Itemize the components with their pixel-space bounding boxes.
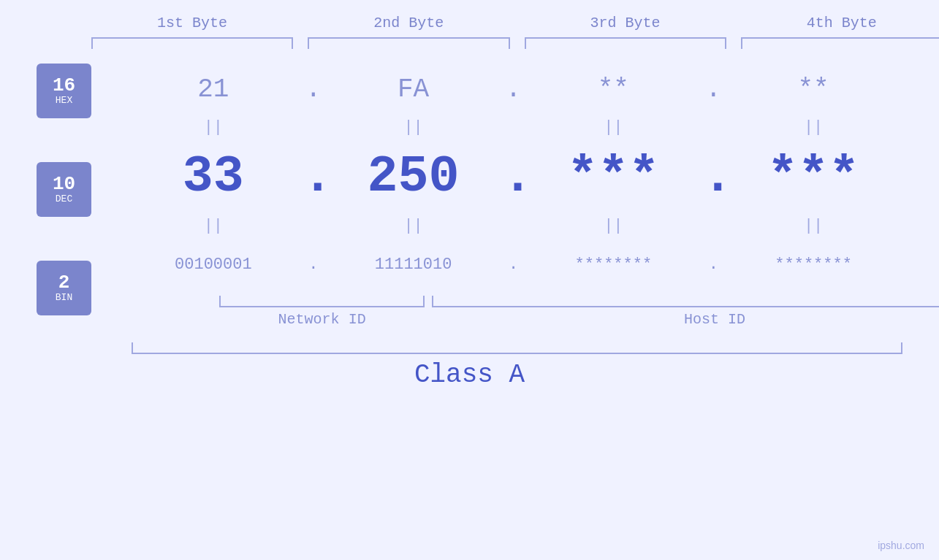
hex-row: 21 . FA . ** . ** [124,64,902,115]
bin-dot-3: . [702,256,724,274]
watermark: ipshu.com [878,540,924,551]
dec-row: 33 . 250 . *** . *** [124,140,902,213]
hex-cell-3: ** [525,74,703,104]
bin-cell-1: 00100001 [124,256,303,274]
eq2-4: || [804,217,823,235]
bin-dot-1: . [303,256,324,274]
bin-value-4: ******** [775,256,852,274]
equals-row-1: || || || || [124,115,902,140]
hex-cell-4: ** [724,74,902,104]
equals-row-2: || || || || [124,213,902,239]
eq1-cell-2: || [324,118,503,137]
dec-cell-3: *** [525,148,703,206]
bracket-byte2 [308,37,509,49]
dec-value-3: *** [567,148,659,206]
dec-dot-2: . [503,148,525,206]
dec-value-1: 33 [183,148,244,206]
badge-dec-number: 10 [53,174,75,193]
top-brackets [84,37,939,49]
badge-hex: 16 HEX [37,64,91,118]
eq1-3: || [604,118,623,137]
eq1-1: || [204,118,223,137]
hex-cell-2: FA [324,74,503,104]
class-section: Class A [37,342,902,390]
host-id-label: Host ID [432,311,939,328]
bottom-brackets [219,296,939,307]
eq2-cell-2: || [324,217,503,235]
bin-value-2: 11111010 [375,256,452,274]
main-data-area: 16 HEX 10 DEC 2 BIN 21 . [37,64,902,328]
eq1-2: || [403,118,422,137]
bottom-id-section: Network ID Host ID [219,296,939,328]
class-label: Class A [37,360,902,390]
bin-cell-2: 11111010 [324,256,503,274]
bin-value-3: ******** [575,256,653,274]
byte1-header: 1st Byte [84,15,300,31]
bin-value-1: 00100001 [175,256,252,274]
id-labels: Network ID Host ID [219,311,939,328]
hex-dot-1: . [303,74,324,104]
eq2-1: || [204,217,223,235]
eq1-cell-3: || [525,118,703,137]
byte-headers-row: 1st Byte 2nd Byte 3rd Byte 4th Byte [84,15,939,31]
eq2-cell-1: || [124,217,303,235]
eq1-cell-4: || [724,118,902,137]
dec-value-4: *** [767,148,859,206]
byte3-header: 3rd Byte [517,15,734,31]
byte4-header: 4th Byte [734,15,939,31]
badge-dec-label: DEC [56,193,72,204]
hex-value-4: ** [798,74,829,104]
badge-dec: 10 DEC [37,162,91,217]
bin-dot-2: . [503,256,525,274]
bin-row: 00100001 . 11111010 . ******** . [124,239,902,290]
data-rows-area: 21 . FA . ** . ** [124,64,902,328]
badge-hex-label: HEX [56,95,72,106]
main-container: 1st Byte 2nd Byte 3rd Byte 4th Byte 16 H… [0,0,939,560]
eq2-3: || [604,217,623,235]
bracket-network-id [219,296,425,307]
badge-bin: 2 BIN [37,261,91,315]
bin-cell-4: ******** [724,256,902,274]
hex-dot-2: . [503,74,525,104]
hex-value-1: 21 [197,74,229,104]
bin-cell-3: ******** [525,256,703,274]
byte2-header: 2nd Byte [300,15,517,31]
network-id-label: Network ID [219,311,425,328]
eq1-4: || [804,118,823,137]
eq2-2: || [403,217,422,235]
dec-value-2: 250 [368,148,460,206]
eq1-cell-1: || [124,118,303,137]
dec-cell-1: 33 [124,148,303,206]
dec-cell-4: *** [724,148,902,206]
bracket-byte4 [741,37,939,49]
badge-bin-number: 2 [58,273,70,292]
badge-hex-number: 16 [53,76,75,95]
hex-value-2: FA [398,74,429,104]
hex-cell-1: 21 [124,74,303,104]
bracket-host-id [432,296,939,307]
class-bracket [132,342,902,354]
bracket-byte1 [91,37,293,49]
dec-dot-3: . [702,148,724,206]
hex-dot-3: . [702,74,724,104]
hex-value-3: ** [598,74,629,104]
eq2-cell-3: || [525,217,703,235]
badge-bin-label: BIN [56,292,72,303]
badges-column: 16 HEX 10 DEC 2 BIN [37,64,124,315]
dec-dot-1: . [303,148,324,206]
bracket-byte3 [525,37,726,49]
eq2-cell-4: || [724,217,902,235]
dec-cell-2: 250 [324,148,503,206]
